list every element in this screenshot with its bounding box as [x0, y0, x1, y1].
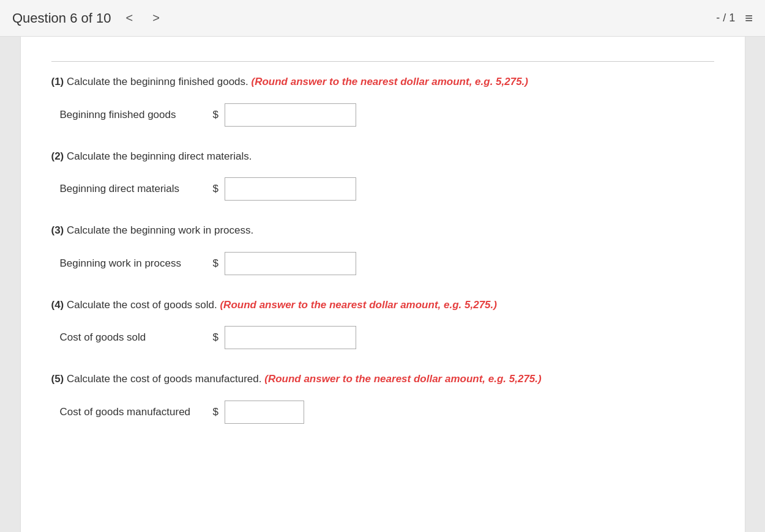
- question-block-4: (4) Calculate the cost of goods sold. (R…: [51, 297, 714, 350]
- top-divider: [51, 61, 714, 62]
- question-2-answer-row: Beginning direct materials $: [51, 177, 714, 201]
- next-question-button[interactable]: >: [147, 9, 165, 28]
- question-4-instruction: (4) Calculate the cost of goods sold. (R…: [51, 297, 714, 313]
- beginning-work-in-process-label: Beginning work in process: [60, 257, 207, 270]
- dollar-sign-2: $: [213, 183, 218, 195]
- question-3-text: Calculate the beginning work in process.: [67, 224, 253, 236]
- question-block-5: (5) Calculate the cost of goods manufact…: [51, 371, 714, 424]
- cost-of-goods-manufactured-input[interactable]: [225, 401, 304, 424]
- top-navigation-bar: Question 6 of 10 < > - / 1 ≡: [0, 0, 765, 37]
- question-label: Question 6 of 10: [12, 10, 111, 26]
- question-1-round-note: (Round answer to the nearest dollar amou…: [252, 76, 528, 87]
- question-5-text: Calculate the cost of goods manufactured…: [67, 373, 261, 385]
- cost-of-goods-sold-input[interactable]: [225, 326, 356, 349]
- question-1-number: (1): [51, 76, 64, 87]
- dollar-sign-3: $: [213, 257, 218, 270]
- cost-of-goods-manufactured-label: Cost of goods manufactured: [60, 406, 207, 418]
- beginning-work-in-process-input[interactable]: [225, 252, 356, 275]
- beginning-direct-materials-input[interactable]: [225, 177, 356, 201]
- question-4-answer-row: Cost of goods sold $: [51, 326, 714, 349]
- question-3-answer-row: Beginning work in process $: [51, 252, 714, 275]
- question-3-number: (3): [51, 224, 64, 236]
- question-5-round-note: (Round answer to the nearest dollar amou…: [264, 373, 541, 385]
- beginning-finished-goods-label: Begininng finished goods: [60, 109, 207, 121]
- cost-of-goods-sold-label: Cost of goods sold: [60, 331, 207, 344]
- question-3-instruction: (3) Calculate the beginning work in proc…: [51, 223, 714, 238]
- question-2-text: Calculate the beginning direct materials…: [67, 150, 252, 162]
- page-indicator: - / 1: [716, 12, 735, 24]
- question-block-1: (1) Calculate the begininng finished goo…: [51, 74, 714, 127]
- dollar-sign-1: $: [213, 109, 218, 121]
- question-4-round-note: (Round answer to the nearest dollar amou…: [220, 299, 496, 311]
- top-bar-right: - / 1 ≡: [716, 10, 753, 26]
- dollar-sign-5: $: [213, 406, 218, 418]
- beginning-finished-goods-input[interactable]: [225, 103, 356, 127]
- question-1-text: Calculate the begininng finished goods.: [67, 76, 248, 87]
- top-bar-left: Question 6 of 10 < >: [12, 9, 165, 28]
- question-1-answer-row: Begininng finished goods $: [51, 103, 714, 127]
- beginning-direct-materials-label: Beginning direct materials: [60, 183, 207, 195]
- menu-icon[interactable]: ≡: [745, 10, 753, 26]
- question-5-instruction: (5) Calculate the cost of goods manufact…: [51, 371, 714, 387]
- dollar-sign-4: $: [213, 331, 218, 344]
- question-block-2: (2) Calculate the beginning direct mater…: [51, 149, 714, 201]
- question-5-number: (5): [51, 373, 64, 385]
- question-2-instruction: (2) Calculate the beginning direct mater…: [51, 149, 714, 164]
- content-card: (1) Calculate the begininng finished goo…: [20, 37, 745, 532]
- question-4-text: Calculate the cost of goods sold.: [67, 299, 217, 311]
- main-wrapper: (1) Calculate the begininng finished goo…: [0, 37, 765, 532]
- prev-question-button[interactable]: <: [121, 9, 138, 28]
- question-5-answer-row: Cost of goods manufactured $: [51, 401, 714, 424]
- question-4-number: (4): [51, 299, 64, 311]
- question-1-instruction: (1) Calculate the begininng finished goo…: [51, 74, 714, 90]
- question-2-number: (2): [51, 150, 64, 162]
- question-block-3: (3) Calculate the beginning work in proc…: [51, 223, 714, 275]
